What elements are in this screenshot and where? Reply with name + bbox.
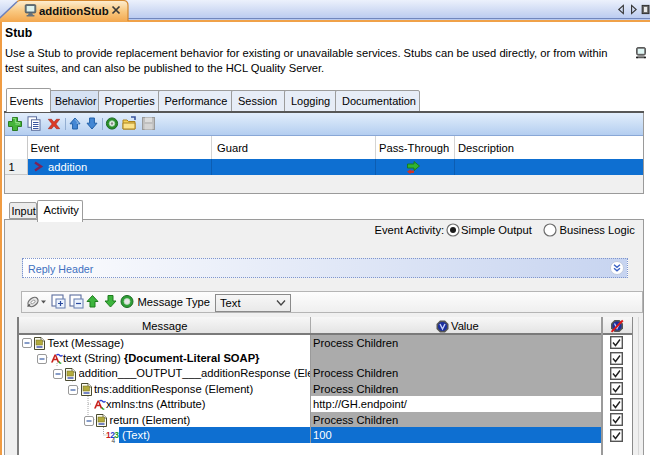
svg-text:4: 4 bbox=[111, 436, 115, 442]
